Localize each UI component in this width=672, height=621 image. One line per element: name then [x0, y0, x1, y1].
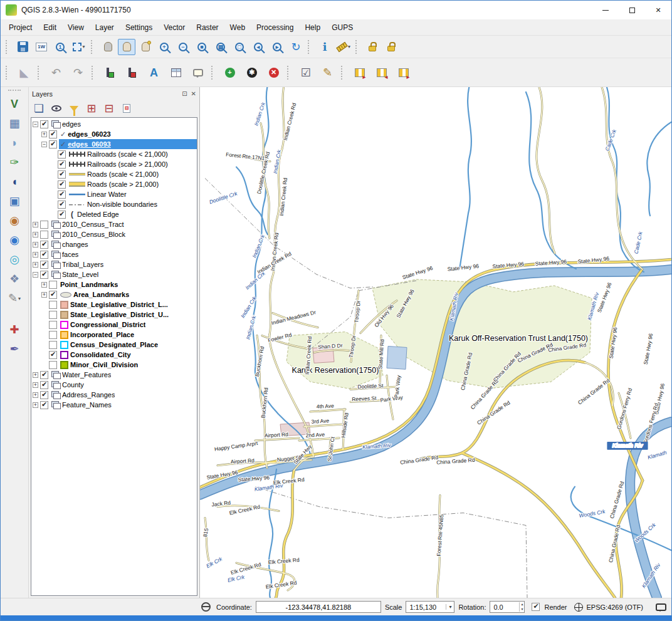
add-vector-layer-button[interactable]: V: [5, 95, 24, 113]
collapse-all-button[interactable]: ⊟: [102, 101, 117, 116]
tree-row-incorporated-place[interactable]: Incorporated_Place: [31, 330, 197, 340]
layer-checkbox[interactable]: [40, 401, 48, 409]
tree-row-tribal-layers[interactable]: +Tribal_Layers: [31, 259, 197, 269]
tree-row-county[interactable]: +County: [31, 380, 197, 390]
tree-row-edges[interactable]: −edges: [31, 119, 197, 129]
layer-checkbox[interactable]: [49, 341, 57, 349]
render-checkbox[interactable]: [532, 603, 540, 611]
layer-checkbox[interactable]: [49, 130, 57, 138]
expander-plus-icon[interactable]: +: [41, 282, 47, 288]
add-wcs-layer-button[interactable]: ◉: [5, 231, 24, 249]
checkout-panel-button[interactable]: [349, 63, 370, 82]
pan-to-selection-button[interactable]: [137, 39, 154, 55]
add-group-button[interactable]: ❏: [31, 101, 46, 116]
rotation-spinbox[interactable]: 0.0 ▴ ▾: [490, 601, 525, 613]
identify-features-button[interactable]: ℹ: [316, 39, 333, 55]
tree-row-state-level[interactable]: −State_Level: [31, 269, 197, 279]
tree-row-water-features[interactable]: +Water_Features: [31, 370, 197, 380]
expander-plus-icon[interactable]: +: [33, 242, 38, 248]
zoom-in-button[interactable]: +: [155, 39, 173, 55]
add-spatialite-layer-button[interactable]: ✑: [5, 154, 24, 171]
filter-legend-button[interactable]: [66, 101, 81, 116]
menu-vector[interactable]: Vector: [158, 21, 191, 34]
layer-checkbox[interactable]: [49, 281, 57, 289]
menu-raster[interactable]: Raster: [191, 21, 224, 34]
tree-row-feature-names[interactable]: +Feature_Names: [31, 400, 197, 410]
remove-layer-button[interactable]: ⊟: [119, 101, 134, 116]
tree-row-non-visible-boundaries[interactable]: Non-visible boundaries: [31, 199, 197, 209]
expander-plus-icon[interactable]: +: [33, 252, 38, 258]
spin-down-icon[interactable]: ▾: [521, 607, 523, 612]
tree-row-2010-census-tract[interactable]: +2010_Census_Tract: [31, 219, 197, 229]
tree-row-congressional-district[interactable]: Congressional_District: [31, 320, 197, 330]
layer-checkbox[interactable]: [40, 391, 48, 399]
menu-edit[interactable]: Edit: [38, 21, 62, 34]
tree-row-faces[interactable]: +faces: [31, 249, 197, 259]
zoom-last-button[interactable]: ◂: [249, 39, 267, 55]
tree-row-state-legislative-district-l[interactable]: State_Legislative_District_L...: [31, 300, 197, 310]
tree-row-changes[interactable]: +changes: [31, 239, 197, 249]
expander-plus-icon[interactable]: +: [33, 222, 38, 227]
review-panel-button[interactable]: [393, 63, 414, 82]
tree-row-census-designated-place[interactable]: Census_Designated_Place: [31, 340, 197, 350]
layer-checkbox[interactable]: [49, 301, 57, 309]
attribute-table-button[interactable]: [165, 63, 186, 82]
zoom-native-button[interactable]: 1: [51, 39, 69, 55]
new-shapefile-button[interactable]: ❖: [5, 270, 24, 288]
expander-plus-icon[interactable]: +: [33, 372, 38, 378]
layer-checkbox[interactable]: [40, 261, 48, 269]
menu-view[interactable]: View: [62, 21, 90, 34]
gps-tools-button[interactable]: ✚: [5, 321, 24, 338]
chevron-down-icon[interactable]: ▾: [82, 44, 85, 50]
chevron-down-icon[interactable]: ▾: [18, 296, 21, 301]
close-panel-icon[interactable]: ✕: [191, 90, 196, 97]
menu-processing[interactable]: Processing: [251, 21, 299, 34]
layer-checkbox[interactable]: [49, 140, 57, 149]
crs-globe-icon[interactable]: [574, 603, 583, 612]
add-point-marker-button[interactable]: +: [219, 63, 240, 82]
layer-checkbox[interactable]: [58, 150, 66, 159]
tree-row-area-landmarks[interactable]: +Area_Landmarks: [31, 290, 197, 300]
expander-plus-icon[interactable]: +: [33, 262, 38, 268]
layer-checkbox[interactable]: [40, 231, 48, 239]
expander-plus-icon[interactable]: +: [33, 232, 38, 237]
chevron-down-icon[interactable]: ▾: [348, 44, 350, 50]
tree-row-edges-06023[interactable]: +✓edges_06023: [31, 129, 197, 139]
add-wfs-layer-button[interactable]: ◎: [5, 251, 24, 268]
add-raster-layer-button[interactable]: ▦: [5, 115, 24, 132]
maximize-button[interactable]: [619, 1, 645, 19]
tree-row-minor-civil-division[interactable]: Minor_Civil_Division: [31, 360, 197, 370]
tree-row-railroads-scale-21-000[interactable]: Railroads (scale < 21,000): [31, 149, 197, 159]
tree-row-consolidated-city[interactable]: Consolidated_City: [31, 350, 197, 360]
layer-checkbox[interactable]: [58, 190, 66, 199]
layer-checkbox[interactable]: [58, 170, 66, 179]
zoom-to-selection-button[interactable]: □: [231, 39, 248, 55]
toggle-editing-button[interactable]: ☑: [295, 63, 316, 82]
expander-plus-icon[interactable]: +: [33, 392, 38, 398]
messages-icon[interactable]: [656, 603, 666, 611]
menu-web[interactable]: Web: [224, 21, 251, 34]
add-oracle-layer-button[interactable]: ◖: [5, 173, 24, 190]
zoom-next-button[interactable]: ▸: [268, 39, 286, 55]
annotation-button[interactable]: A: [144, 63, 164, 82]
expander-minus-icon[interactable]: −: [41, 142, 47, 147]
menu-project[interactable]: Project: [3, 21, 38, 34]
tree-row-linear-water[interactable]: Linear Water: [31, 189, 197, 199]
pan-map-button[interactable]: [118, 39, 135, 55]
checkin-panel-button[interactable]: [371, 63, 392, 82]
manage-visibility-button[interactable]: [49, 101, 64, 116]
scale-combo[interactable]: 1:15,130 ▾: [406, 601, 454, 613]
delete-marker-button[interactable]: ✕: [263, 63, 284, 82]
touch-zoom-button[interactable]: [99, 39, 117, 55]
extents-toggle-icon[interactable]: [201, 602, 211, 612]
layer-checkbox[interactable]: [49, 321, 57, 329]
layer-checkbox[interactable]: [58, 201, 66, 209]
expand-all-button[interactable]: ⊞: [84, 101, 99, 116]
float-panel-icon[interactable]: ⊡: [182, 90, 187, 97]
layer-checkbox[interactable]: [58, 160, 66, 169]
menu-help[interactable]: Help: [299, 21, 326, 34]
measure-line-button[interactable]: ▾: [335, 39, 352, 55]
layer-checkbox[interactable]: [58, 211, 66, 219]
layer-checkbox[interactable]: [40, 371, 48, 379]
minimize-button[interactable]: [592, 1, 619, 19]
